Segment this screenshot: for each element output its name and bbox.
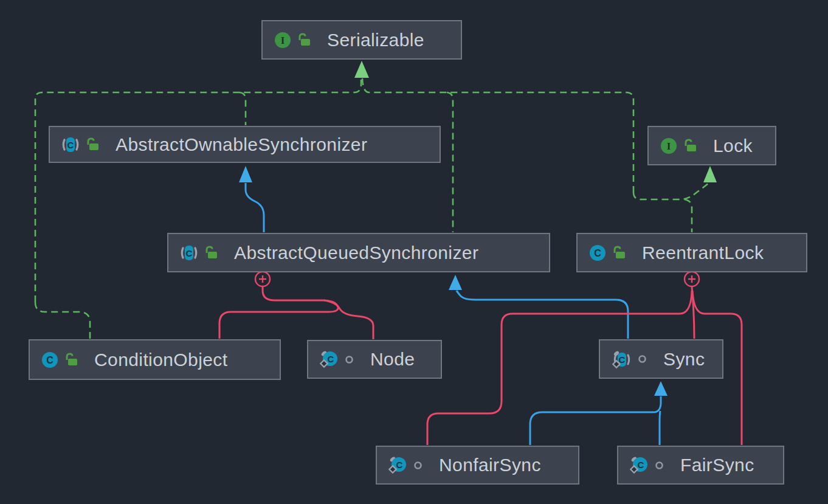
public-lock-icon — [683, 139, 697, 153]
interface-icon: I — [274, 31, 292, 49]
relation-edge — [246, 183, 264, 232]
class-name-label: Sync — [663, 349, 705, 370]
relation-edge — [660, 411, 660, 445]
public-lock-icon — [204, 246, 218, 260]
class-node-fairsync[interactable]: CFairSync — [617, 446, 784, 485]
implements-arrow-icon — [354, 61, 369, 78]
public-lock-icon — [86, 137, 100, 152]
interface-icon: I — [660, 137, 678, 155]
class-name-label: Serializable — [327, 30, 424, 50]
extends-arrow-icon — [654, 381, 668, 396]
class-icon: C — [41, 351, 59, 369]
package-private-icon — [654, 460, 664, 471]
relation-edge — [685, 199, 692, 232]
svg-text:C: C — [396, 460, 403, 470]
class-name-label: ReentrantLock — [642, 243, 764, 263]
public-lock-icon — [64, 353, 78, 367]
static-class-icon: C — [319, 350, 339, 369]
class-name-label: AbstractOwnableSynchronizer — [116, 134, 367, 155]
extends-arrow-icon — [449, 275, 462, 290]
class-name-label: FairSync — [680, 455, 754, 475]
abstract-static-class-icon: C — [611, 350, 632, 369]
class-node-abstractqueuedsynchronizer[interactable]: CAbstractQueuedSynchronizer — [167, 233, 550, 272]
svg-text:C: C — [594, 248, 601, 258]
class-icon: C — [588, 244, 607, 262]
class-node-reentrantlock[interactable]: CReentrantLock — [576, 233, 807, 272]
static-class-icon: C — [388, 455, 407, 475]
svg-text:C: C — [328, 354, 334, 364]
relation-edge — [324, 300, 373, 339]
relation-edge — [219, 287, 338, 339]
class-name-label: AbstractQueuedSynchronizer — [234, 243, 478, 263]
inner-class-plus-icon — [255, 272, 270, 286]
svg-text:C: C — [638, 460, 644, 470]
svg-text:I: I — [281, 35, 285, 46]
static-class-icon: C — [629, 455, 649, 475]
svg-text:C: C — [46, 355, 53, 365]
uml-diagram-canvas: ISerializableCAbstractOwnableSynchronize… — [0, 0, 828, 504]
class-name-label: NonfairSync — [439, 455, 541, 475]
class-name-label: Node — [370, 349, 415, 370]
svg-text:C: C — [67, 140, 74, 150]
public-lock-icon — [297, 33, 311, 47]
relation-edge — [35, 302, 90, 339]
public-lock-icon — [612, 246, 626, 260]
class-node-lock[interactable]: ILock — [647, 126, 776, 165]
implements-arrow-icon — [703, 166, 717, 182]
relation-edge — [530, 396, 661, 445]
inner-class-plus-icon — [685, 272, 699, 286]
package-private-icon — [637, 354, 647, 364]
class-node-serializable[interactable]: ISerializable — [261, 20, 462, 60]
svg-text:C: C — [186, 248, 193, 258]
class-name-label: ConditionObject — [94, 350, 227, 370]
package-private-icon — [413, 460, 423, 471]
relation-edge — [447, 92, 453, 232]
relation-edge — [633, 183, 709, 199]
relation-edge — [240, 92, 246, 125]
class-node-sync[interactable]: CSync — [599, 339, 723, 379]
package-private-icon — [344, 354, 354, 365]
abstract-class-icon: C — [61, 136, 80, 154]
class-node-abstractownablesynchronizer[interactable]: CAbstractOwnableSynchronizer — [49, 126, 441, 163]
class-node-nonfairsync[interactable]: CNonfairSync — [376, 446, 579, 485]
class-node-node[interactable]: CNode — [307, 340, 442, 379]
svg-text:I: I — [667, 140, 671, 152]
class-name-label: Lock — [713, 136, 753, 156]
abstract-class-icon: C — [179, 244, 199, 262]
extends-arrow-icon — [239, 166, 252, 182]
class-node-conditionobject[interactable]: CConditionObject — [29, 339, 281, 380]
